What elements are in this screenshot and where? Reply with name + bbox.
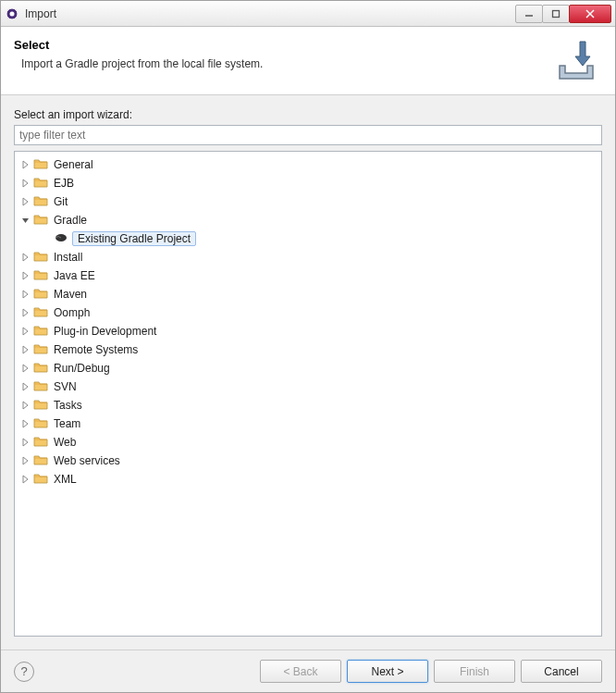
tree-item-label: SVN (52, 380, 79, 393)
tree-item-label: Gradle (52, 214, 89, 227)
chevron-right-icon[interactable] (20, 326, 31, 337)
tree-item-label: Plug-in Development (52, 325, 158, 338)
chevron-right-icon[interactable] (20, 418, 31, 429)
tree-item-label: Tasks (52, 399, 84, 412)
folder-icon (33, 176, 48, 192)
cancel-button[interactable]: Cancel (521, 660, 602, 683)
tree-item-label: Install (52, 251, 84, 264)
titlebar[interactable]: Import (1, 1, 615, 27)
tree-item-label: Git (52, 195, 69, 208)
tree-item-label: Existing Gradle Project (76, 232, 192, 245)
chevron-right-icon[interactable] (20, 159, 31, 170)
wizard-label: Select an import wizard: (14, 108, 602, 121)
tree-item[interactable]: Existing Gradle Project (17, 229, 599, 248)
chevron-right-icon[interactable] (20, 474, 31, 485)
folder-icon (33, 472, 48, 488)
folder-icon (33, 305, 48, 321)
minimize-button[interactable] (515, 5, 543, 23)
window-title: Import (25, 7, 516, 20)
tree-item-label: EJB (52, 177, 76, 190)
chevron-right-icon[interactable] (20, 289, 31, 300)
tree-item[interactable]: SVN (17, 377, 599, 396)
chevron-right-icon[interactable] (20, 437, 31, 448)
tree-item[interactable]: Install (17, 248, 599, 266)
tree-item-label: General (52, 158, 95, 171)
body-panel: Select an import wizard: GeneralEJBGitGr… (1, 95, 615, 650)
button-bar: ? < Back Next > Finish Cancel (1, 650, 615, 692)
tree-item[interactable]: Plug-in Development (17, 322, 599, 340)
page-description: Import a Gradle project from the local f… (21, 57, 602, 70)
folder-icon (33, 361, 48, 377)
help-button[interactable]: ? (14, 662, 34, 682)
tree-item-label: Team (52, 417, 82, 430)
tree-item[interactable]: XML (17, 470, 599, 489)
close-button[interactable] (569, 5, 611, 23)
tree-item[interactable]: Web services (17, 452, 599, 470)
chevron-right-icon[interactable] (20, 270, 31, 281)
folder-icon (33, 324, 48, 340)
header-panel: Select Import a Gradle project from the … (1, 27, 615, 95)
folder-icon (33, 435, 48, 451)
chevron-right-icon[interactable] (20, 455, 31, 466)
folder-icon (33, 398, 48, 414)
chevron-right-icon[interactable] (20, 307, 31, 318)
tree-item-label: Java EE (52, 269, 97, 282)
chevron-right-icon[interactable] (20, 252, 31, 263)
tree-item-label: Remote Systems (52, 343, 140, 356)
folder-icon (33, 453, 48, 469)
folder-icon (33, 213, 48, 229)
folder-icon (33, 157, 48, 173)
svg-point-1 (10, 11, 15, 16)
tree-item[interactable]: Oomph (17, 303, 599, 322)
next-button[interactable]: Next > (347, 660, 428, 683)
folder-icon (33, 194, 48, 210)
tree-item[interactable]: Git (17, 192, 599, 211)
finish-button[interactable]: Finish (434, 660, 515, 683)
app-icon (5, 6, 19, 21)
tree-item-label: Web services (52, 454, 122, 467)
gradle-icon (54, 232, 68, 246)
tree-item[interactable]: Web (17, 433, 599, 452)
chevron-right-icon[interactable] (20, 196, 31, 207)
tree-item[interactable]: EJB (17, 174, 599, 192)
window-controls (516, 5, 611, 23)
chevron-right-icon[interactable] (20, 381, 31, 392)
tree-item[interactable]: Remote Systems (17, 340, 599, 359)
wizard-tree[interactable]: GeneralEJBGitGradleExisting Gradle Proje… (14, 151, 602, 637)
folder-icon (33, 342, 48, 358)
page-title: Select (14, 38, 602, 52)
tree-item[interactable]: Team (17, 415, 599, 433)
tree-item[interactable]: Tasks (17, 396, 599, 415)
back-button[interactable]: < Back (260, 660, 341, 683)
tree-item[interactable]: Gradle (17, 211, 599, 229)
folder-icon (33, 250, 48, 266)
tree-item-label: Oomph (52, 306, 92, 319)
import-icon (552, 40, 598, 87)
chevron-right-icon[interactable] (20, 363, 31, 374)
maximize-button[interactable] (542, 5, 570, 23)
tree-item-label: Web (52, 436, 78, 449)
chevron-down-icon[interactable] (20, 215, 31, 226)
filter-input[interactable] (14, 125, 602, 145)
chevron-right-icon[interactable] (20, 178, 31, 189)
tree-item-label: Run/Debug (52, 362, 112, 375)
folder-icon (33, 379, 48, 395)
tree-item[interactable]: Maven (17, 285, 599, 303)
tree-item-label: Maven (52, 288, 89, 301)
tree-item-label: XML (52, 473, 79, 486)
folder-icon (33, 268, 48, 284)
tree-item[interactable]: General (17, 155, 599, 174)
folder-icon (33, 287, 48, 303)
svg-rect-3 (553, 10, 560, 17)
chevron-right-icon[interactable] (20, 400, 31, 411)
folder-icon (33, 416, 48, 432)
import-dialog: Import Select Import a Gradle project fr… (0, 0, 616, 693)
chevron-right-icon[interactable] (20, 344, 31, 355)
tree-item[interactable]: Run/Debug (17, 359, 599, 377)
tree-item[interactable]: Java EE (17, 266, 599, 285)
